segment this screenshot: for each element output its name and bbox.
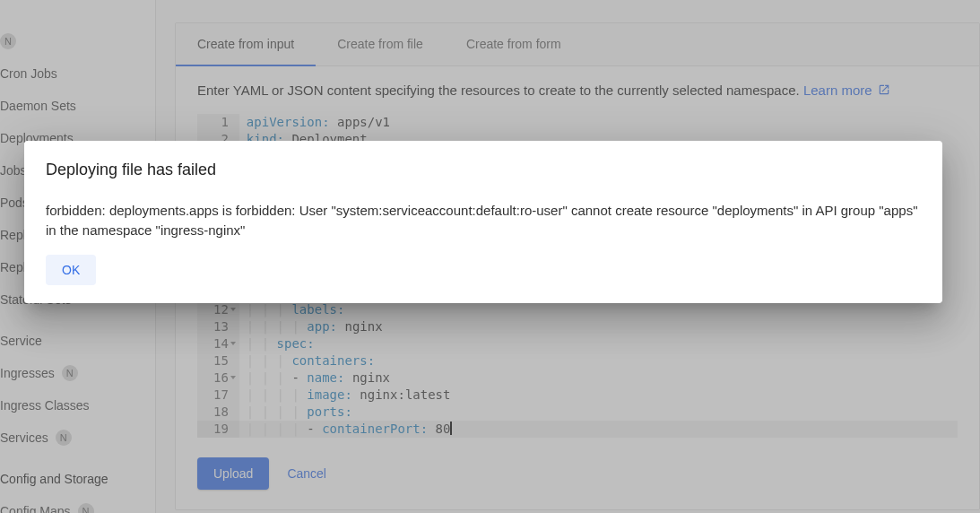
error-dialog: Deploying file has failed forbidden: dep…: [24, 141, 942, 303]
ok-button[interactable]: OK: [46, 255, 96, 285]
dialog-title: Deploying file has failed: [46, 161, 921, 179]
dialog-body: forbidden: deployments.apps is forbidden…: [46, 201, 921, 240]
